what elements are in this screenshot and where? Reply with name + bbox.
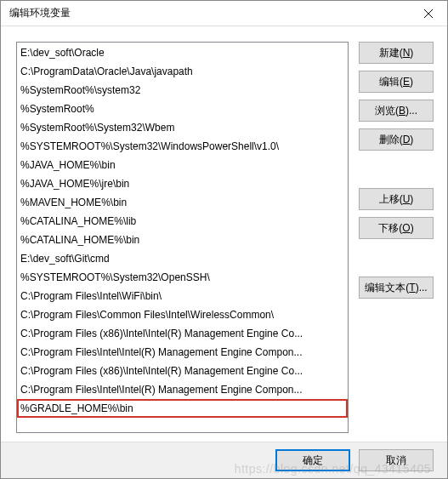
close-icon bbox=[424, 9, 433, 18]
list-item[interactable]: %SystemRoot% bbox=[17, 100, 348, 118]
button-column: 新建(N) 编辑(E) 浏览(B)... 删除(D) 上移(U) 下移(O) 编… bbox=[359, 42, 434, 433]
listbox-wrap: E:\dev_soft\OracleC:\ProgramData\Oracle\… bbox=[16, 42, 349, 433]
list-item[interactable]: C:\Program Files\Intel\Intel(R) Manageme… bbox=[17, 343, 348, 362]
dialog-footer: 确定 取消 bbox=[1, 442, 447, 478]
list-item[interactable]: %SystemRoot%\System32\Wbem bbox=[17, 118, 348, 137]
list-item[interactable]: %JAVA_HOME%\bin bbox=[17, 156, 348, 174]
spacer bbox=[359, 246, 434, 270]
list-item[interactable]: %MAVEN_HOME%\bin bbox=[17, 193, 348, 212]
list-item[interactable]: %CATALINA_HOME%\bin bbox=[17, 231, 348, 249]
ok-button[interactable]: 确定 bbox=[275, 449, 350, 471]
delete-button[interactable]: 删除(D) bbox=[359, 128, 434, 151]
cancel-button[interactable]: 取消 bbox=[359, 449, 434, 471]
edit-button[interactable]: 编辑(E) bbox=[359, 71, 434, 93]
move-down-button[interactable]: 下移(O) bbox=[359, 217, 434, 239]
dialog-window: 编辑环境变量 E:\dev_soft\OracleC:\ProgramData\… bbox=[0, 0, 448, 479]
list-item[interactable]: C:\Program Files\Common Files\Intel\Wire… bbox=[17, 305, 348, 324]
browse-button[interactable]: 浏览(B)... bbox=[359, 100, 434, 122]
list-item[interactable]: C:\Program Files (x86)\Intel\Intel(R) Ma… bbox=[17, 324, 348, 343]
edit-text-button[interactable]: 编辑文本(T)... bbox=[359, 277, 434, 299]
spacer bbox=[359, 157, 434, 181]
list-item[interactable]: C:\Program Files (x86)\Intel\Intel(R) Ma… bbox=[17, 362, 348, 380]
list-item[interactable]: %SYSTEMROOT%\System32\WindowsPowerShell\… bbox=[17, 137, 348, 156]
move-up-button[interactable]: 上移(U) bbox=[359, 188, 434, 210]
list-item[interactable]: %GRADLE_HOME%\bin bbox=[17, 399, 348, 418]
list-item[interactable]: C:\Program Files\Intel\Intel(R) Manageme… bbox=[17, 380, 348, 399]
list-item[interactable]: %CATALINA_HOME%\lib bbox=[17, 212, 348, 231]
dialog-content: E:\dev_soft\OracleC:\ProgramData\Oracle\… bbox=[1, 26, 447, 442]
list-item[interactable]: %JAVA_HOME%\jre\bin bbox=[17, 174, 348, 193]
new-button[interactable]: 新建(N) bbox=[359, 42, 434, 64]
close-button[interactable] bbox=[409, 1, 447, 26]
list-item[interactable]: %SystemRoot%\system32 bbox=[17, 81, 348, 100]
list-item[interactable]: C:\Program Files\Intel\WiFi\bin\ bbox=[17, 287, 348, 305]
titlebar: 编辑环境变量 bbox=[1, 1, 447, 26]
window-title: 编辑环境变量 bbox=[9, 6, 71, 20]
list-item[interactable]: E:\dev_soft\Oracle bbox=[17, 43, 348, 62]
path-listbox[interactable]: E:\dev_soft\OracleC:\ProgramData\Oracle\… bbox=[16, 42, 349, 433]
list-item[interactable]: C:\ProgramData\Oracle\Java\javapath bbox=[17, 62, 348, 81]
list-item[interactable]: E:\dev_soft\Git\cmd bbox=[17, 249, 348, 268]
list-item[interactable]: %SYSTEMROOT%\System32\OpenSSH\ bbox=[17, 268, 348, 287]
